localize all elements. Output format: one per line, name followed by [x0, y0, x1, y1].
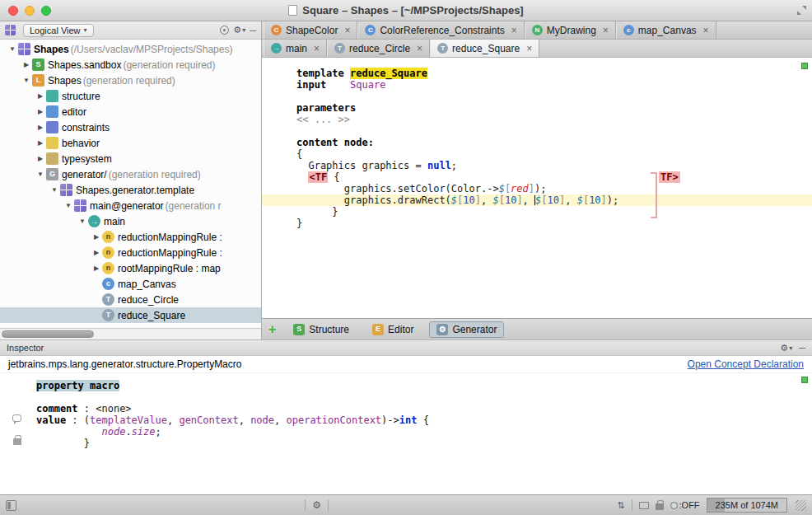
tab-map_Canvas[interactable]: cmap_Canvas×: [616, 21, 716, 39]
code-line[interactable]: Graphics graphics = null;: [262, 160, 812, 171]
open-concept-declaration-link[interactable]: Open Concept Declaration: [688, 358, 804, 370]
code-line[interactable]: node.size;: [0, 426, 812, 438]
tree-item-reductionMappingRule[interactable]: ▶nreductionMappingRule :: [0, 229, 261, 245]
horizontal-scrollbar[interactable]: [0, 328, 261, 339]
inspector-gear-icon[interactable]: ⚙ ▾: [780, 343, 792, 353]
code-line[interactable]: [262, 125, 812, 137]
settings-gear-icon[interactable]: ⚙ ▾: [233, 25, 245, 35]
code-line[interactable]: }: [262, 206, 812, 218]
collapse-arrow-icon[interactable]: ▼: [21, 77, 32, 84]
expand-arrow-icon[interactable]: ▶: [35, 139, 46, 147]
code-line[interactable]: property macro: [0, 380, 812, 391]
code-line[interactable]: << ... >>: [262, 114, 812, 125]
fullscreen-icon[interactable]: [797, 6, 806, 15]
main-node-icon: →: [271, 43, 282, 54]
tree-item-Shapes[interactable]: ▼Shapes (/Users/vaclav/MPSProjects/Shape…: [0, 41, 261, 57]
tree-item-maingenerator[interactable]: ▼main@generator (generation r: [0, 198, 261, 213]
template-node-icon: T: [102, 293, 114, 306]
code-line[interactable]: [0, 391, 812, 403]
editor-code: template reduce_Squareinput Squareparame…: [262, 58, 812, 229]
expand-arrow-icon[interactable]: ▶: [91, 249, 102, 256]
readonly-lock-icon[interactable]: [656, 503, 664, 510]
close-icon[interactable]: ×: [603, 25, 609, 36]
memory-indicator[interactable]: 235M of 1074M: [707, 498, 787, 513]
tree-item-Shapesgeneratortemplate[interactable]: ▼Shapes.generator.template: [0, 182, 261, 198]
tree-item-rootMappingRulemap[interactable]: ▶nrootMappingRule : map: [0, 260, 261, 276]
code-line[interactable]: {: [262, 148, 812, 160]
aspect-tab-Structure[interactable]: SStructure: [286, 321, 357, 338]
code-line[interactable]: content node:: [262, 137, 812, 148]
scroll-from-source-icon[interactable]: [220, 26, 229, 35]
close-icon[interactable]: ×: [703, 25, 709, 36]
collapse-arrow-icon[interactable]: ▼: [63, 202, 74, 209]
tab-ColorReference_Constraints[interactable]: CColorReference_Constraints×: [357, 21, 524, 39]
editor-code-area[interactable]: template reduce_Squareinput Squareparame…: [262, 58, 812, 318]
tree-item-Shapessandbox[interactable]: ▶SShapes.sandbox (generation required): [0, 57, 261, 73]
hide-panel-icon[interactable]: ─: [250, 26, 256, 35]
collapse-arrow-icon[interactable]: ▼: [77, 218, 88, 225]
tree-item-typesystem[interactable]: ▶typesystem: [0, 151, 261, 166]
code-line[interactable]: graphics.setColor(Color.->$[red]);: [262, 183, 812, 194]
line-separator-icon[interactable]: ⇅: [617, 500, 624, 511]
collapse-arrow-icon[interactable]: ▼: [35, 171, 46, 178]
expand-arrow-icon[interactable]: ▶: [35, 108, 46, 115]
code-line[interactable]: parameters: [262, 102, 812, 114]
collapse-arrow-icon[interactable]: ▼: [7, 45, 18, 53]
collapse-arrow-icon[interactable]: ▼: [49, 186, 60, 194]
expand-arrow-icon[interactable]: ▶: [35, 92, 46, 100]
close-icon[interactable]: ×: [344, 25, 350, 36]
scrollbar-thumb[interactable]: [2, 330, 94, 338]
expand-arrow-icon[interactable]: ▶: [91, 233, 102, 241]
tree-item-reductionMappingRule[interactable]: ▶nreductionMappingRule :: [0, 245, 261, 260]
code-line[interactable]: graphics.drawRect($[10], $[10], $[10], $…: [262, 194, 812, 206]
close-icon[interactable]: ×: [526, 43, 532, 54]
tab-reduce_Circle[interactable]: Treduce_Circle×: [327, 40, 430, 57]
resize-grip[interactable]: [796, 500, 806, 511]
code-line[interactable]: input Square: [262, 79, 812, 91]
close-icon[interactable]: ×: [314, 43, 320, 54]
close-icon[interactable]: ×: [417, 43, 422, 54]
tree-item-constraints[interactable]: ▶constraints: [0, 119, 261, 135]
toolwindow-toggle-icon[interactable]: [6, 500, 16, 511]
expand-arrow-icon[interactable]: ▶: [21, 61, 32, 68]
tree-item-editor[interactable]: ▶editor: [0, 104, 261, 119]
close-icon[interactable]: ×: [511, 25, 517, 36]
code-line[interactable]: [262, 91, 812, 102]
inspector-content[interactable]: property macrocomment : <none>value : (t…: [0, 373, 812, 494]
close-window-button[interactable]: [8, 6, 18, 16]
gear-icon[interactable]: ⚙: [312, 499, 321, 511]
code-line[interactable]: template reduce_Square: [262, 68, 812, 79]
view-selector-dropdown[interactable]: Logical View ▾: [23, 24, 94, 37]
code-line[interactable]: }: [262, 218, 812, 229]
expand-arrow-icon[interactable]: ▶: [35, 155, 46, 162]
zoom-window-button[interactable]: [41, 6, 51, 16]
code-line[interactable]: comment : <none>: [0, 403, 812, 414]
code-line[interactable]: <TF {TF>: [262, 171, 812, 183]
expand-arrow-icon[interactable]: ▶: [91, 265, 102, 272]
tree-item-main[interactable]: ▼→main: [0, 213, 261, 229]
tree-item-structure[interactable]: ▶structure: [0, 88, 261, 104]
code-token: ,: [239, 414, 250, 426]
tab-MyDrawing[interactable]: NMyDrawing×: [525, 21, 616, 39]
hector-status[interactable]: :OFF: [670, 500, 700, 510]
aspect-tab-Editor[interactable]: EEditor: [365, 321, 421, 338]
code-line[interactable]: }: [0, 438, 812, 449]
tab-ShapeColor[interactable]: CShapeColor×: [264, 21, 357, 39]
hide-inspector-icon[interactable]: ─: [799, 343, 805, 353]
tree-item-generator[interactable]: ▼Ggenerator/ (generation required): [0, 166, 261, 182]
add-icon[interactable]: +: [268, 322, 276, 337]
tree-item-reduce_Circle[interactable]: Treduce_Circle: [0, 292, 261, 307]
tree-item-label: main@generator: [90, 200, 164, 212]
monitor-icon[interactable]: [639, 502, 649, 509]
tree-item-label: main: [104, 216, 125, 227]
tree-item-map_Canvas[interactable]: cmap_Canvas: [0, 276, 261, 292]
expand-arrow-icon[interactable]: ▶: [35, 124, 46, 131]
aspect-tab-Generator[interactable]: ⚙Generator: [429, 321, 504, 338]
tree-item-Shapes[interactable]: ▼LShapes (generation required): [0, 73, 261, 88]
tree-item-behavior[interactable]: ▶behavior: [0, 135, 261, 151]
tab-reduce_Square[interactable]: Treduce_Square×: [430, 40, 539, 57]
tree-item-reduce_Square[interactable]: Treduce_Square: [0, 307, 261, 323]
code-line[interactable]: value : (templateValue, genContext, node…: [0, 414, 812, 426]
minimize-window-button[interactable]: [25, 6, 35, 16]
tab-main[interactable]: →main×: [264, 40, 327, 57]
